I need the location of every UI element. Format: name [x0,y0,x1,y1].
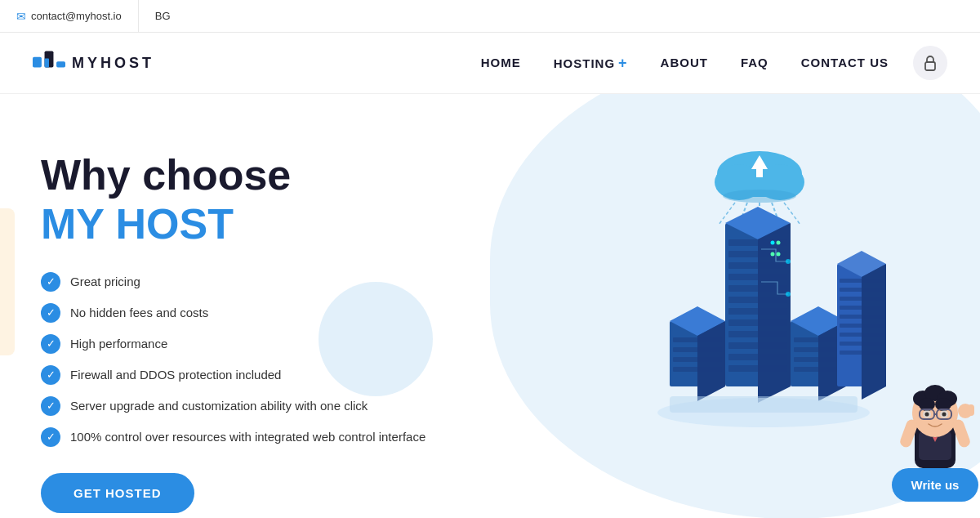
server-illustration [588,118,931,462]
svg-rect-40 [673,347,722,352]
svg-rect-60 [840,342,884,346]
nav-item-faq[interactable]: FAQ [741,56,768,70]
check-icon-5: ✓ [41,396,60,416]
svg-point-34 [771,252,775,257]
svg-point-64 [786,259,791,264]
svg-rect-47 [794,347,843,352]
feature-text-6: 100% control over resources with integra… [70,430,425,444]
svg-rect-42 [673,367,722,372]
hero-title-line2: MY HOST [41,200,234,248]
feature-text-1: Great pricing [70,275,140,288]
svg-rect-24 [728,285,787,292]
server-svg [588,118,931,462]
feature-text-3: High performance [70,337,167,351]
svg-rect-55 [840,297,884,301]
nav-link-home[interactable]: HOME [481,56,521,69]
feature-text-4: Firewall and DDOS protection included [70,368,281,382]
svg-rect-31 [728,365,787,372]
svg-rect-0 [33,57,42,68]
svg-rect-57 [840,315,884,319]
svg-rect-26 [728,308,787,315]
svg-rect-53 [840,279,884,283]
nav-link-faq[interactable]: FAQ [741,56,768,69]
svg-point-65 [786,292,791,297]
svg-rect-61 [840,351,884,355]
svg-rect-28 [728,331,787,337]
feature-item-6: ✓ 100% control over resources with integ… [41,427,425,447]
hero-title: Why choose MY HOST [41,151,425,249]
svg-rect-48 [794,357,843,362]
svg-rect-27 [728,319,787,326]
nav-item-contact[interactable]: CONTACT US [801,56,889,70]
svg-point-32 [771,241,775,245]
check-icon-1: ✓ [41,272,60,292]
hero-features-list: ✓ Great pricing ✓ No hidden fees and cos… [41,272,425,447]
feature-item-2: ✓ No hidden fees and costs [41,303,425,323]
nav-link-hosting[interactable]: HOSTING + [554,55,628,72]
svg-rect-59 [840,333,884,337]
logo-icon [33,51,65,75]
email-icon: ✉ [16,10,26,23]
email-contact: ✉ contact@myhost.io [16,10,122,23]
svg-rect-84 [968,404,974,416]
svg-marker-52 [862,264,886,400]
write-us-button[interactable]: Write us [892,468,979,502]
svg-rect-41 [673,357,722,362]
hosting-plus-icon: + [618,55,628,72]
get-hosted-button[interactable]: GET HOSTED [41,473,194,513]
check-icon-3: ✓ [41,334,60,354]
check-icon-6: ✓ [41,427,60,447]
svg-rect-4 [925,62,935,70]
svg-point-33 [777,241,781,245]
svg-rect-63 [670,396,858,413]
lock-icon [923,55,938,71]
feature-item-1: ✓ Great pricing [41,272,425,292]
svg-point-80 [925,413,929,417]
login-button[interactable] [913,46,947,80]
svg-rect-25 [728,297,787,303]
svg-rect-58 [840,324,884,328]
nav-item-hosting[interactable]: HOSTING + [554,55,628,72]
feature-item-5: ✓ Server upgrade and customization abili… [41,396,425,416]
navbar: MYHOST HOME HOSTING + ABOUT FAQ CONTACT … [0,33,980,94]
svg-rect-3 [56,61,65,67]
svg-point-35 [777,252,781,257]
top-bar-divider [138,0,139,33]
top-bar: ✉ contact@myhost.io BG [0,0,980,33]
svg-point-81 [942,413,947,417]
svg-rect-49 [794,367,843,372]
svg-rect-29 [728,342,787,349]
svg-rect-39 [673,337,722,342]
svg-rect-30 [728,354,787,360]
svg-rect-10 [756,169,763,177]
check-icon-2: ✓ [41,303,60,323]
nav-item-home[interactable]: HOME [481,56,521,70]
nav-link-contact[interactable]: CONTACT US [801,56,889,69]
feature-text-2: No hidden fees and costs [70,306,208,319]
write-us-widget: Write us [890,370,980,502]
svg-rect-22 [728,262,787,269]
logo-text: MYHOST [72,55,154,72]
hero-section: Why choose MY HOST ✓ Great pricing ✓ No … [0,94,980,518]
hero-title-line1: Why choose [41,151,291,199]
hero-left-accent [0,208,15,355]
email-address: contact@myhost.io [31,10,122,22]
mascot-character [890,370,980,476]
feature-text-5: Server upgrade and customization ability… [70,399,368,413]
svg-point-11 [723,190,796,203]
logo[interactable]: MYHOST [33,51,154,75]
check-icon-4: ✓ [41,365,60,385]
svg-rect-54 [840,288,884,292]
feature-item-3: ✓ High performance [41,334,425,354]
nav-links: HOME HOSTING + ABOUT FAQ CONTACT US [481,55,889,72]
feature-item-4: ✓ Firewall and DDOS protection included [41,365,425,385]
language-selector[interactable]: BG [155,10,171,22]
hero-content: Why choose MY HOST ✓ Great pricing ✓ No … [41,151,425,513]
svg-rect-23 [728,274,787,280]
svg-rect-46 [794,337,843,342]
nav-link-about[interactable]: ABOUT [661,56,708,69]
svg-rect-56 [840,306,884,310]
svg-rect-2 [45,59,49,68]
nav-item-about[interactable]: ABOUT [661,56,708,70]
